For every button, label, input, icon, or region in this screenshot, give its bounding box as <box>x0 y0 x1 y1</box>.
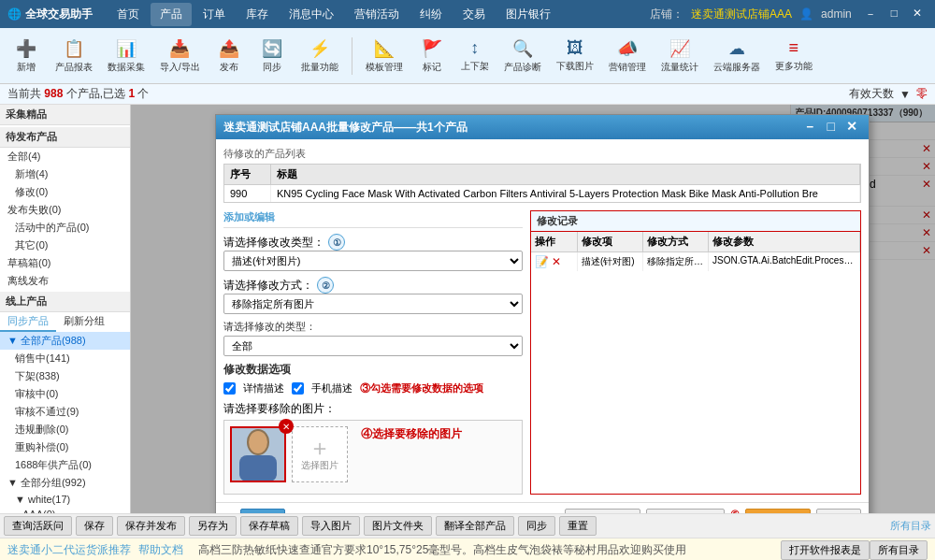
main-toolbar: ➕ 新增 📋 产品报表 📊 数据采集 📥 导入/导出 📤 发布 🔄 同步 ⚡ 批… <box>0 28 935 84</box>
add-btn[interactable]: 添加 <box>240 509 285 513</box>
sidebar-other[interactable]: 其它(0) <box>0 237 130 254</box>
sidebar-delisted[interactable]: 下架(838) <box>0 367 130 385</box>
nav-trade[interactable]: 交易 <box>453 3 495 26</box>
sidebar-new[interactable]: 新增(4) <box>0 165 130 183</box>
sidebar-compensate[interactable]: 重购补偿(0) <box>0 438 130 456</box>
record-method: 移除指定所有图 <box>643 252 709 271</box>
nav-image-bank[interactable]: 图片银行 <box>496 3 560 26</box>
sync-icon: 🔄 <box>262 38 282 59</box>
quote-template-btn[interactable]: 引用模板 ▼ <box>646 509 725 513</box>
sidebar-group-aaa[interactable]: AAA(0) <box>0 507 130 513</box>
toolbar-collect[interactable]: 📊 数据采集 <box>103 36 150 77</box>
image-select-label-row: 请选择要移除的图片： <box>223 401 523 417</box>
toolbar-cloud[interactable]: ☁ 云端服务器 <box>709 36 765 77</box>
modify-type-select[interactable]: 描述(针对图片) <box>223 251 523 271</box>
nav-home[interactable]: 首页 <box>108 3 149 26</box>
record-op: 📝 ✕ <box>531 252 578 271</box>
bottom-info-bar: 迷卖通小二代运货派推荐 帮助文档 高档三防热敏纸快速查通官方要求10°15,75… <box>0 538 935 560</box>
btn-all-dir[interactable]: 所有目录 <box>870 540 928 560</box>
checkbox-mobile[interactable] <box>292 382 304 395</box>
toolbar-sync[interactable]: 🔄 同步 <box>253 36 291 77</box>
nav-order[interactable]: 订单 <box>194 3 235 26</box>
link-recommend[interactable]: 迷卖通小二代运货派推荐 <box>7 542 131 558</box>
sidebar-selling[interactable]: 销售中(141) <box>0 350 130 367</box>
sidebar-modified[interactable]: 修改(0) <box>0 183 130 201</box>
modal-minimize[interactable]: － <box>799 119 820 136</box>
toolbar-import-export[interactable]: 📥 导入/导出 <box>155 36 205 77</box>
top-nav: 首页 产品 订单 库存 消息中心 营销活动 纠纷 交易 图片银行 <box>108 3 650 26</box>
record-delete-icon[interactable]: ✕ <box>552 255 561 268</box>
toolbar-mark[interactable]: 🚩 标记 <box>413 36 451 77</box>
sidebar-publish-fail[interactable]: 发布失败(0) <box>0 201 130 219</box>
sidebar-review-fail[interactable]: 审核不通过(9) <box>0 403 130 421</box>
link-help[interactable]: 帮助文档 <box>138 542 183 558</box>
sidebar-violation[interactable]: 违规删除(0) <box>0 421 130 438</box>
toolbar-add[interactable]: ➕ 新增 <box>7 36 45 77</box>
toolbar-marketing-manage[interactable]: 📣 营销管理 <box>604 36 651 77</box>
toolbar-more[interactable]: ≡ 更多功能 <box>770 36 817 76</box>
admin-icon: 👤 <box>799 7 813 21</box>
toolbar-publish[interactable]: 📤 发布 <box>210 36 248 77</box>
row-seq: 990 <box>224 185 271 202</box>
sidebar-offline[interactable]: 离线发布 <box>0 272 130 290</box>
btn-query[interactable]: 查询活跃问 <box>4 516 72 536</box>
modal-title: 迷卖通测试店铺AAA批量修改产品——共1个产品 <box>223 120 468 136</box>
nav-product[interactable]: 产品 <box>151 3 192 26</box>
nav-dispute[interactable]: 纠纷 <box>410 3 452 26</box>
filter-label: 有效天数 <box>849 86 894 102</box>
restore-btn[interactable]: □ <box>885 5 903 24</box>
col-item: 修改项 <box>578 232 643 251</box>
minimize-btn[interactable]: － <box>859 5 882 24</box>
modal-close[interactable]: ✕ <box>842 119 861 136</box>
btn-sync[interactable]: 同步 <box>518 516 555 536</box>
sidebar-1688[interactable]: 1688年供产品(0) <box>0 456 130 474</box>
btn-save-as[interactable]: 另存为 <box>189 516 237 536</box>
modify-method-select[interactable]: 移除指定所有图片 <box>223 294 523 314</box>
toolbar-diagnose[interactable]: 🔍 产品诊断 <box>499 36 546 77</box>
execute-modify-btn[interactable]: 执行修改 <box>745 509 811 513</box>
toolbar-shelf[interactable]: ↕ 上下架 <box>456 36 494 76</box>
modify-method-select-container: 移除指定所有图片 <box>223 294 523 314</box>
nav-inventory[interactable]: 库存 <box>237 3 278 26</box>
save-template-btn[interactable]: 保存为模板 <box>565 509 640 513</box>
all-dir-link[interactable]: 所有目录 <box>890 519 931 533</box>
toolbar-download-img[interactable]: 🖼 下载图片 <box>552 36 598 76</box>
btn-import-img[interactable]: 导入图片 <box>302 516 360 536</box>
add-image-btn[interactable]: ＋ 选择图片 <box>292 426 348 482</box>
right-panel: 修改记录 操作 修改项 修改方式 修改参数 📝 ✕ 描述 <box>530 210 861 495</box>
sidebar-reviewing[interactable]: 审核中(0) <box>0 385 130 403</box>
btn-open-report[interactable]: 打开软件报表是 <box>781 540 870 560</box>
clear-btn[interactable]: 清空 <box>816 509 861 513</box>
shelf-icon: ↕ <box>470 38 479 58</box>
modify-kind-select[interactable]: 全部 <box>223 336 523 356</box>
sidebar-group-white[interactable]: ▼ white(17) <box>0 492 130 507</box>
toolbar-template[interactable]: 📐 模板管理 <box>361 36 408 77</box>
record-edit-icon[interactable]: 📝 <box>535 255 549 268</box>
sidebar-collect-header: 采集精品 <box>0 105 130 125</box>
btn-reset[interactable]: 重置 <box>559 516 597 536</box>
remove-image-btn[interactable]: ✕ <box>279 419 294 434</box>
nav-marketing[interactable]: 营销活动 <box>345 3 409 26</box>
btn-save-draft[interactable]: 保存草稿 <box>240 516 298 536</box>
toolbar-report[interactable]: 📋 产品报表 <box>50 36 97 77</box>
sidebar-all[interactable]: 全部(4) <box>0 148 130 165</box>
sidebar-all-groups[interactable]: ▼ 全部分组(992) <box>0 474 130 492</box>
sidebar-tab-sync[interactable]: 同步产品 <box>0 312 56 332</box>
close-btn[interactable]: ✕ <box>907 5 928 24</box>
modal-restore[interactable]: □ <box>824 119 839 136</box>
records-header: 修改记录 <box>531 211 860 232</box>
btn-translate[interactable]: 翻译全部产品 <box>436 516 514 536</box>
checkbox-detail[interactable] <box>223 382 236 395</box>
nav-message[interactable]: 消息中心 <box>280 3 343 26</box>
filter-num: 零 <box>916 86 928 102</box>
sidebar-draft[interactable]: 草稿箱(0) <box>0 254 130 272</box>
sidebar-all-products[interactable]: ▼ 全部产品(988) <box>0 332 130 350</box>
btn-save-publish[interactable]: 保存并发布 <box>117 516 185 536</box>
toolbar-batch[interactable]: ⚡ 批量功能 <box>296 36 343 77</box>
toolbar-stats[interactable]: 📈 流量统计 <box>656 36 703 77</box>
col-title: 标题 <box>271 165 860 184</box>
sidebar-active[interactable]: 活动中的产品(0) <box>0 219 130 237</box>
btn-img-folder[interactable]: 图片文件夹 <box>364 516 432 536</box>
btn-save[interactable]: 保存 <box>76 516 113 536</box>
sidebar-tab-new[interactable]: 刷新分组 <box>56 312 112 332</box>
